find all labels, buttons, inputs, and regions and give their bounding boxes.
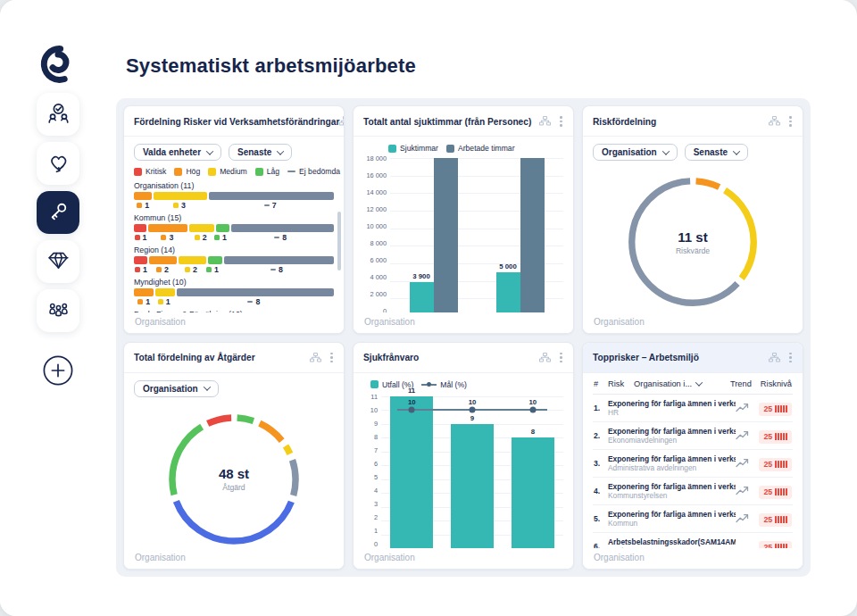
table-row[interactable]: 4.Exponering för farliga ämnen i verksam… bbox=[593, 478, 793, 505]
sidebar-add-button[interactable] bbox=[37, 351, 79, 394]
filter-dropdown-senaste[interactable]: Senaste bbox=[685, 144, 748, 161]
bar-value: 7 bbox=[206, 201, 334, 210]
kebab-menu-icon[interactable] bbox=[788, 352, 793, 363]
filter-dropdown-senaste[interactable]: Senaste bbox=[229, 144, 292, 161]
donut-center: 48 st Åtgärd bbox=[219, 466, 249, 492]
table-row[interactable]: 3.Exponering för farliga ämnen i verksam… bbox=[593, 450, 793, 478]
risk-cell: Exponering för farliga ämnen i verksamhe… bbox=[608, 482, 736, 500]
value-color-chip bbox=[185, 267, 190, 272]
sjuktimmar-bar[interactable]: 5 000 bbox=[496, 272, 520, 316]
stacked-bar[interactable] bbox=[134, 224, 334, 232]
sidebar-item-users-check[interactable] bbox=[37, 93, 79, 136]
sjuktimmar-bar[interactable]: 3 900 bbox=[410, 282, 434, 316]
risk-level-value: 25 bbox=[763, 487, 772, 496]
kebab-menu-icon[interactable] bbox=[559, 115, 563, 127]
card-sick-leave: Sjukfrånvaro Utfall (%)Mål (%) 111098765… bbox=[353, 342, 574, 570]
bar-groups: 1198 bbox=[381, 396, 563, 549]
stacked-bar[interactable] bbox=[134, 288, 334, 296]
bar-value: 8 bbox=[228, 233, 334, 242]
row-number: 1. bbox=[594, 404, 608, 412]
donut-sublabel: Åtgärd bbox=[219, 483, 249, 492]
arbetade-timmar-bar[interactable] bbox=[520, 158, 545, 316]
card-risk-distribution-changes: Fördelning Risker vid Verksamhetsförändr… bbox=[123, 105, 345, 334]
bar-group: 5 000 bbox=[496, 158, 545, 316]
bar-values: 118 bbox=[134, 297, 334, 306]
trend-up-icon bbox=[736, 458, 749, 468]
value-text: 1 bbox=[166, 297, 171, 306]
utfall-bar[interactable]: 9 bbox=[451, 424, 494, 549]
legend-item-arbetade-timmar[interactable]: Arbetade timmar bbox=[446, 144, 515, 153]
bar-value: 1 bbox=[154, 297, 173, 306]
stacked-bar-row: Organisation (11)137 bbox=[134, 181, 334, 210]
sidebar-item-diamond[interactable] bbox=[37, 240, 79, 283]
legend-item-mål-[interactable]: Mål (%) bbox=[421, 380, 467, 389]
legend-item-hög[interactable]: Hög bbox=[174, 167, 200, 176]
bar-value-label: 8 bbox=[531, 428, 535, 436]
filter-dropdown-valda-enheter[interactable]: Valda enheter bbox=[134, 144, 221, 161]
org-hierarchy-icon[interactable] bbox=[310, 350, 321, 366]
legend-item-låg[interactable]: Låg bbox=[255, 167, 279, 176]
y-tick-label: 18 000 bbox=[366, 155, 387, 162]
risk-level-cell: 25 bbox=[759, 482, 792, 499]
risk-level-value: 25 bbox=[763, 432, 772, 441]
org-hierarchy-icon[interactable] bbox=[539, 350, 551, 366]
legend-label: Ej bedömda bbox=[299, 167, 340, 176]
card-footer-label: Organisation bbox=[583, 548, 803, 569]
kebab-menu-icon[interactable] bbox=[788, 115, 793, 127]
kebab-menu-icon[interactable] bbox=[559, 352, 563, 363]
row-number: 3. bbox=[594, 459, 608, 468]
legend-item-kritisk[interactable]: Kritisk bbox=[134, 167, 166, 176]
utfall-bar[interactable]: 11 bbox=[390, 396, 433, 549]
org-hierarchy-icon[interactable] bbox=[769, 113, 780, 129]
y-tick-label: 6 000 bbox=[370, 257, 387, 263]
sidebar-item-heart[interactable] bbox=[37, 142, 79, 185]
table-row[interactable]: 1.Exponering för farliga ämnen i verksam… bbox=[593, 395, 793, 422]
bar-value: 3 bbox=[152, 201, 206, 210]
legend-label: Arbetade timmar bbox=[458, 144, 515, 153]
risk-donut-chart: 11 st Riskvärde bbox=[593, 167, 793, 317]
chevron-down-icon bbox=[661, 147, 669, 154]
col-organisation-sort[interactable]: Organisation i... bbox=[634, 379, 702, 388]
risk-level-badge: 25 bbox=[759, 430, 792, 444]
scrollbar-thumb[interactable] bbox=[337, 212, 341, 271]
kebab-menu-icon[interactable] bbox=[329, 352, 334, 363]
stacked-bar-row: Myndighet (10)118 bbox=[134, 278, 334, 306]
card-title: Totalt antal sjuktimmar (från Personec) bbox=[363, 117, 531, 127]
org-hierarchy-icon[interactable] bbox=[339, 113, 345, 129]
table-header: # Risk Organisation i... Trend Risknivå bbox=[593, 376, 793, 395]
stacked-bar[interactable] bbox=[134, 192, 334, 200]
y-axis-ticks: 18 00016 00014 00012 00010 0008 0006 000… bbox=[363, 155, 390, 314]
utfall-bar[interactable]: 8 bbox=[512, 437, 554, 548]
sidebar-item-key[interactable] bbox=[37, 191, 79, 234]
table-row[interactable]: 2.Exponering för farliga ämnen i verksam… bbox=[593, 422, 793, 450]
card-title: Topprisker – Arbetsmiljö bbox=[593, 353, 699, 362]
table-row[interactable]: 5.Exponering för farliga ämnen i verksam… bbox=[593, 505, 793, 533]
y-tick-label: 10 000 bbox=[366, 223, 387, 229]
trend-cell bbox=[736, 486, 759, 495]
dash-chip-icon bbox=[274, 237, 279, 238]
actions-donut-chart: 48 st Åtgärd bbox=[134, 404, 334, 555]
bar-value: 1 bbox=[134, 233, 147, 242]
y-tick-label: 2 bbox=[374, 514, 378, 520]
stacked-bar[interactable] bbox=[134, 256, 334, 264]
col-trend: Trend bbox=[730, 379, 752, 388]
legend-item-ej-bedömda[interactable]: Ej bedömda bbox=[287, 167, 340, 176]
stacked-bar-rows: Organisation (11)137Kommun (15)13218Regi… bbox=[134, 181, 334, 333]
dash-chip-icon bbox=[287, 171, 295, 172]
legend-label: Hög bbox=[186, 167, 200, 176]
org-hierarchy-icon[interactable] bbox=[539, 113, 551, 129]
card-top-risks: Topprisker – Arbetsmiljö # Risk Organisa… bbox=[582, 342, 803, 570]
bar-chart-plot: 3 9005 000 bbox=[390, 158, 563, 317]
bar-value-label: 5 000 bbox=[499, 262, 517, 271]
legend-item-sjuktimmar[interactable]: Sjuktimmar bbox=[388, 144, 438, 153]
org-hierarchy-icon[interactable] bbox=[769, 350, 780, 366]
sidebar-item-people[interactable] bbox=[37, 289, 79, 332]
donut-value: 48 st bbox=[219, 466, 249, 481]
arbetade-timmar-bar[interactable] bbox=[434, 158, 458, 316]
card4-filters: Organisation bbox=[134, 380, 334, 397]
legend-item-medium[interactable]: Medium bbox=[208, 167, 247, 176]
filter-dropdown-organisation[interactable]: Organisation bbox=[134, 380, 219, 397]
risk-level-badge: 25 bbox=[759, 513, 792, 527]
filter-dropdown-organisation[interactable]: Organisation bbox=[593, 144, 678, 161]
bar-segment bbox=[134, 288, 154, 296]
